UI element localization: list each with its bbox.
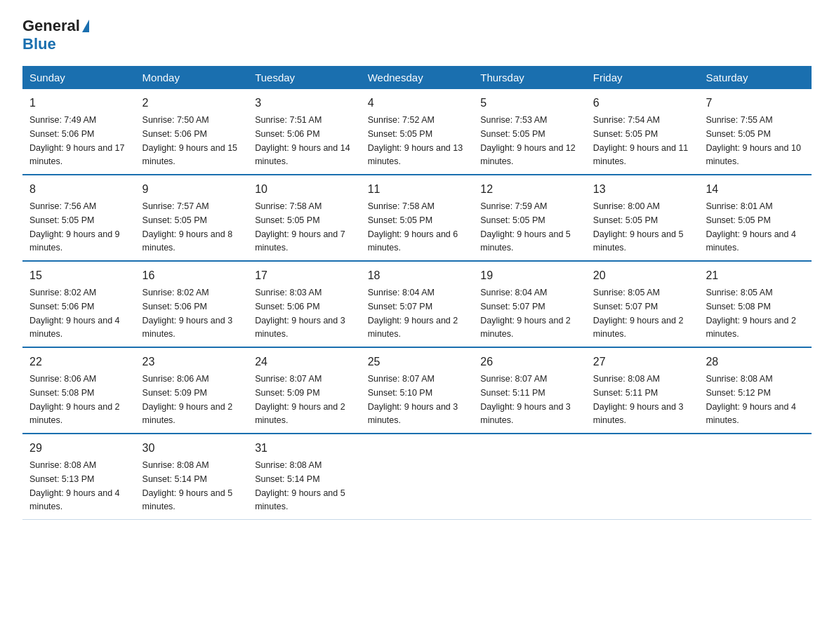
calendar-cell: 5 Sunrise: 7:53 AMSunset: 5:05 PMDayligh… [473,89,586,175]
page-header: General Blue [22,17,812,53]
calendar-cell: 10 Sunrise: 7:58 AMSunset: 5:05 PMDaylig… [248,175,361,261]
calendar-cell [699,434,812,520]
calendar-cell: 17 Sunrise: 8:03 AMSunset: 5:06 PMDaylig… [248,261,361,347]
day-info: Sunrise: 8:04 AMSunset: 5:07 PMDaylight:… [480,288,571,339]
day-number: 18 [368,267,467,284]
calendar-cell: 19 Sunrise: 8:04 AMSunset: 5:07 PMDaylig… [473,261,586,347]
day-number: 17 [255,267,354,284]
calendar-cell: 31 Sunrise: 8:08 AMSunset: 5:14 PMDaylig… [248,434,361,520]
day-info: Sunrise: 7:57 AMSunset: 5:05 PMDaylight:… [143,201,233,253]
day-info: Sunrise: 8:06 AMSunset: 5:09 PMDaylight:… [143,374,233,425]
calendar-cell: 7 Sunrise: 7:55 AMSunset: 5:05 PMDayligh… [699,89,812,175]
day-info: Sunrise: 7:53 AMSunset: 5:05 PMDaylight:… [480,115,576,166]
day-info: Sunrise: 8:06 AMSunset: 5:08 PMDaylight:… [29,374,120,425]
calendar-cell: 1 Sunrise: 7:49 AMSunset: 5:06 PMDayligh… [22,89,135,175]
day-number: 7 [706,95,805,112]
day-info: Sunrise: 8:08 AMSunset: 5:14 PMDaylight:… [255,460,345,511]
day-number: 19 [480,267,579,284]
calendar-cell [473,434,586,520]
day-number: 8 [29,181,128,198]
logo-blue-text: Blue [22,35,56,53]
calendar-cell: 15 Sunrise: 8:02 AMSunset: 5:06 PMDaylig… [22,261,135,347]
calendar-cell: 11 Sunrise: 7:58 AMSunset: 5:05 PMDaylig… [361,175,474,261]
calendar-cell: 29 Sunrise: 8:08 AMSunset: 5:13 PMDaylig… [22,434,135,520]
day-number: 31 [255,440,354,457]
calendar-cell: 23 Sunrise: 8:06 AMSunset: 5:09 PMDaylig… [135,347,249,434]
day-info: Sunrise: 7:54 AMSunset: 5:05 PMDaylight:… [593,115,689,166]
calendar-cell: 12 Sunrise: 7:59 AMSunset: 5:05 PMDaylig… [473,175,586,261]
weekday-header-tuesday: Tuesday [248,66,361,89]
day-info: Sunrise: 7:49 AMSunset: 5:06 PMDaylight:… [29,115,125,166]
day-info: Sunrise: 7:56 AMSunset: 5:05 PMDaylight:… [29,201,120,253]
calendar-cell: 8 Sunrise: 7:56 AMSunset: 5:05 PMDayligh… [22,175,135,261]
calendar-cell [586,434,699,520]
calendar-cell: 9 Sunrise: 7:57 AMSunset: 5:05 PMDayligh… [135,175,249,261]
day-info: Sunrise: 8:01 AMSunset: 5:05 PMDaylight:… [706,201,796,253]
calendar-cell: 28 Sunrise: 8:08 AMSunset: 5:12 PMDaylig… [699,347,812,434]
day-number: 30 [143,440,241,457]
calendar-table: SundayMondayTuesdayWednesdayThursdayFrid… [22,66,812,520]
weekday-header-sunday: Sunday [22,66,135,89]
day-number: 1 [29,95,128,112]
day-info: Sunrise: 8:07 AMSunset: 5:09 PMDaylight:… [255,374,345,425]
day-number: 5 [480,95,579,112]
calendar-cell: 24 Sunrise: 8:07 AMSunset: 5:09 PMDaylig… [248,347,361,434]
day-info: Sunrise: 8:08 AMSunset: 5:11 PMDaylight:… [593,374,684,425]
calendar-week-row: 22 Sunrise: 8:06 AMSunset: 5:08 PMDaylig… [22,347,812,434]
day-info: Sunrise: 8:00 AMSunset: 5:05 PMDaylight:… [593,201,684,253]
day-number: 10 [255,181,354,198]
calendar-cell: 4 Sunrise: 7:52 AMSunset: 5:05 PMDayligh… [361,89,474,175]
calendar-cell [361,434,474,520]
calendar-cell: 27 Sunrise: 8:08 AMSunset: 5:11 PMDaylig… [586,347,699,434]
day-number: 13 [593,181,692,198]
day-info: Sunrise: 7:58 AMSunset: 5:05 PMDaylight:… [255,201,345,253]
day-number: 22 [29,354,128,370]
day-number: 15 [29,267,128,284]
day-info: Sunrise: 7:55 AMSunset: 5:05 PMDaylight:… [706,115,801,166]
day-info: Sunrise: 7:52 AMSunset: 5:05 PMDaylight:… [368,115,463,166]
calendar-cell: 22 Sunrise: 8:06 AMSunset: 5:08 PMDaylig… [22,347,135,434]
day-number: 27 [593,354,692,370]
calendar-cell: 20 Sunrise: 8:05 AMSunset: 5:07 PMDaylig… [586,261,699,347]
day-number: 11 [368,181,467,198]
calendar-cell: 14 Sunrise: 8:01 AMSunset: 5:05 PMDaylig… [699,175,812,261]
day-info: Sunrise: 7:51 AMSunset: 5:06 PMDaylight:… [255,115,350,166]
calendar-week-row: 15 Sunrise: 8:02 AMSunset: 5:06 PMDaylig… [22,261,812,347]
calendar-cell: 18 Sunrise: 8:04 AMSunset: 5:07 PMDaylig… [361,261,474,347]
day-number: 16 [143,267,241,284]
calendar-week-row: 29 Sunrise: 8:08 AMSunset: 5:13 PMDaylig… [22,434,812,520]
calendar-cell: 21 Sunrise: 8:05 AMSunset: 5:08 PMDaylig… [699,261,812,347]
day-info: Sunrise: 7:50 AMSunset: 5:06 PMDaylight:… [143,115,238,166]
calendar-cell: 2 Sunrise: 7:50 AMSunset: 5:06 PMDayligh… [135,89,249,175]
calendar-cell: 13 Sunrise: 8:00 AMSunset: 5:05 PMDaylig… [586,175,699,261]
day-info: Sunrise: 8:03 AMSunset: 5:06 PMDaylight:… [255,288,345,339]
logo-triangle-icon [82,20,89,32]
day-number: 2 [143,95,241,112]
day-info: Sunrise: 8:04 AMSunset: 5:07 PMDaylight:… [368,288,458,339]
weekday-header-row: SundayMondayTuesdayWednesdayThursdayFrid… [22,66,812,89]
day-info: Sunrise: 8:05 AMSunset: 5:07 PMDaylight:… [593,288,684,339]
weekday-header-monday: Monday [135,66,249,89]
day-number: 21 [706,267,805,284]
day-number: 6 [593,95,692,112]
day-number: 3 [255,95,354,112]
day-number: 4 [368,95,467,112]
day-info: Sunrise: 8:07 AMSunset: 5:11 PMDaylight:… [480,374,571,425]
calendar-cell: 30 Sunrise: 8:08 AMSunset: 5:14 PMDaylig… [135,434,249,520]
day-info: Sunrise: 8:08 AMSunset: 5:13 PMDaylight:… [29,460,120,511]
day-info: Sunrise: 7:58 AMSunset: 5:05 PMDaylight:… [368,201,458,253]
calendar-cell: 3 Sunrise: 7:51 AMSunset: 5:06 PMDayligh… [248,89,361,175]
weekday-header-thursday: Thursday [473,66,586,89]
day-info: Sunrise: 8:08 AMSunset: 5:14 PMDaylight:… [143,460,233,511]
calendar-week-row: 8 Sunrise: 7:56 AMSunset: 5:05 PMDayligh… [22,175,812,261]
day-number: 29 [29,440,128,457]
logo-general-text: General [22,17,80,35]
day-number: 26 [480,354,579,370]
day-info: Sunrise: 8:08 AMSunset: 5:12 PMDaylight:… [706,374,796,425]
calendar-cell: 26 Sunrise: 8:07 AMSunset: 5:11 PMDaylig… [473,347,586,434]
calendar-week-row: 1 Sunrise: 7:49 AMSunset: 5:06 PMDayligh… [22,89,812,175]
day-info: Sunrise: 8:02 AMSunset: 5:06 PMDaylight:… [29,288,120,339]
day-number: 25 [368,354,467,370]
weekday-header-saturday: Saturday [699,66,812,89]
day-info: Sunrise: 8:02 AMSunset: 5:06 PMDaylight:… [143,288,233,339]
